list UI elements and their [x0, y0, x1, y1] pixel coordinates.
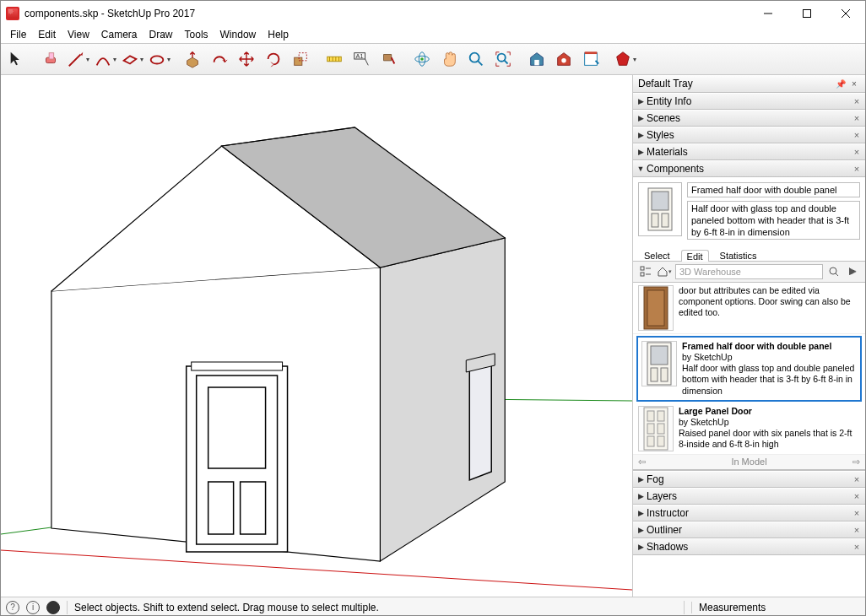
- tray-close-icon[interactable]: ×: [848, 78, 860, 89]
- svg-rect-58: [658, 436, 664, 446]
- rotate-tool[interactable]: [261, 46, 286, 72]
- zoom-tool[interactable]: [463, 46, 489, 72]
- svg-text:A1: A1: [356, 52, 364, 60]
- tab-edit[interactable]: Edit: [681, 250, 709, 262]
- svg-rect-35: [241, 482, 266, 534]
- title-bar: components.skp - SketchUp Pro 2017: [1, 1, 865, 26]
- status-bar: ? i Select objects. Shift to extend sele…: [1, 597, 865, 616]
- main-toolbar: ▾ ▾ ▾ ▾ A1 ▾: [1, 43, 865, 75]
- svg-line-20: [478, 61, 483, 66]
- panel-components[interactable]: ▼Components×: [633, 160, 865, 177]
- offset-tool[interactable]: [207, 46, 232, 72]
- tab-statistics[interactable]: Statistics: [714, 249, 763, 261]
- paint-tool[interactable]: [376, 46, 401, 72]
- close-button[interactable]: [826, 1, 865, 26]
- svg-rect-53: [647, 411, 654, 421]
- menu-camera[interactable]: Camera: [95, 27, 143, 42]
- component-tabs: Select Edit Statistics: [633, 245, 865, 262]
- menu-file[interactable]: File: [4, 27, 32, 42]
- pushpull-tool[interactable]: [180, 46, 205, 72]
- panel-layers[interactable]: ▶Layers×: [633, 488, 865, 505]
- rectangle-tool[interactable]: ▾: [119, 46, 144, 72]
- tape-tool[interactable]: [322, 46, 347, 72]
- menu-view[interactable]: View: [62, 27, 95, 42]
- component-name-field[interactable]: Framed half door with double panel: [687, 182, 860, 197]
- user-icon[interactable]: [46, 601, 60, 614]
- list-item[interactable]: Large Panel Doorby SketchUpRaised panel …: [633, 403, 865, 455]
- pan-tool[interactable]: [436, 46, 462, 72]
- default-tray: Default Tray 📌 × ▶Entity Info× ▶Scenes× …: [632, 75, 865, 597]
- panel-styles[interactable]: ▶Styles×: [633, 127, 865, 143]
- viewport-3d[interactable]: [1, 75, 632, 597]
- svg-rect-33: [208, 387, 266, 468]
- menu-tools[interactable]: Tools: [179, 27, 214, 42]
- svg-line-45: [836, 273, 838, 276]
- minimize-button[interactable]: [749, 1, 788, 26]
- menu-edit[interactable]: Edit: [32, 27, 62, 42]
- panel-outliner[interactable]: ▶Outliner×: [633, 521, 865, 538]
- svg-rect-25: [585, 53, 598, 66]
- svg-point-44: [830, 267, 836, 274]
- list-item-selected[interactable]: Framed half door with double panelby Ske…: [636, 336, 862, 402]
- zoom-extents-tool[interactable]: [490, 46, 516, 72]
- panel-instructor[interactable]: ▶Instructor×: [633, 505, 865, 521]
- svg-rect-47: [647, 290, 664, 326]
- move-tool[interactable]: [234, 46, 259, 72]
- text-tool[interactable]: A1: [349, 46, 374, 72]
- list-item[interactable]: door but attributes can be edited via co…: [633, 283, 865, 334]
- svg-line-22: [504, 60, 508, 64]
- menu-help[interactable]: Help: [262, 27, 295, 42]
- view-toggle-icon[interactable]: [638, 264, 653, 279]
- app-icon: [6, 7, 19, 20]
- orbit-tool[interactable]: [409, 46, 435, 72]
- tray-title: Default Tray: [638, 78, 693, 89]
- components-list: door but attributes can be edited via co…: [633, 283, 865, 455]
- svg-rect-1: [804, 10, 811, 18]
- ruby-tool[interactable]: ▾: [612, 46, 637, 72]
- svg-point-24: [561, 58, 566, 63]
- eraser-tool[interactable]: [38, 46, 63, 72]
- scale-tool[interactable]: [288, 46, 313, 72]
- tray-title-bar[interactable]: Default Tray 📌 ×: [633, 75, 865, 93]
- help-icon[interactable]: ?: [6, 601, 19, 614]
- line-tool[interactable]: ▾: [65, 46, 90, 72]
- search-icon[interactable]: [826, 264, 842, 279]
- svg-point-6: [150, 56, 163, 63]
- select-tool[interactable]: [4, 46, 30, 72]
- layout-tool[interactable]: [578, 46, 603, 72]
- arc-tool[interactable]: ▾: [92, 46, 117, 72]
- maximize-button[interactable]: [788, 1, 826, 26]
- menu-window[interactable]: Window: [214, 27, 263, 42]
- component-description-field[interactable]: Half door with glass top and double pane…: [687, 201, 860, 240]
- components-toolbar: ▾ 3D Warehouse ⯈: [633, 262, 865, 283]
- component-thumbnail: [638, 182, 682, 236]
- pin-icon[interactable]: 📌: [835, 78, 847, 89]
- menu-draw[interactable]: Draw: [143, 27, 179, 42]
- forward-arrow-icon[interactable]: ⇨: [847, 457, 860, 467]
- menu-bar: File Edit View Camera Draw Tools Window …: [1, 26, 865, 43]
- svg-rect-50: [651, 368, 658, 381]
- svg-rect-54: [658, 411, 664, 421]
- search-input[interactable]: 3D Warehouse: [675, 264, 823, 279]
- warehouse-tool[interactable]: [524, 46, 549, 72]
- inmodel-label: In Model: [652, 457, 847, 467]
- panel-scenes[interactable]: ▶Scenes×: [633, 110, 865, 127]
- svg-rect-39: [662, 213, 668, 227]
- svg-rect-55: [647, 424, 654, 434]
- panel-fog[interactable]: ▶Fog×: [633, 471, 865, 488]
- panel-materials[interactable]: ▶Materials×: [633, 143, 865, 160]
- details-arrow-icon[interactable]: ⯈: [845, 264, 860, 279]
- svg-rect-34: [208, 482, 234, 534]
- back-arrow-icon[interactable]: ⇦: [638, 457, 652, 467]
- svg-point-18: [420, 57, 424, 61]
- circle-tool[interactable]: ▾: [146, 46, 171, 72]
- home-icon[interactable]: ▾: [657, 264, 672, 279]
- panel-entity-info[interactable]: ▶Entity Info×: [633, 93, 865, 110]
- svg-rect-37: [652, 192, 668, 210]
- tab-select[interactable]: Select: [638, 249, 676, 261]
- components-panel-body: Framed half door with double panel Half …: [633, 177, 865, 471]
- svg-rect-49: [651, 346, 668, 365]
- panel-shadows[interactable]: ▶Shadows×: [633, 538, 865, 555]
- info-icon[interactable]: i: [26, 601, 40, 614]
- extension-warehouse-tool[interactable]: [551, 46, 576, 72]
